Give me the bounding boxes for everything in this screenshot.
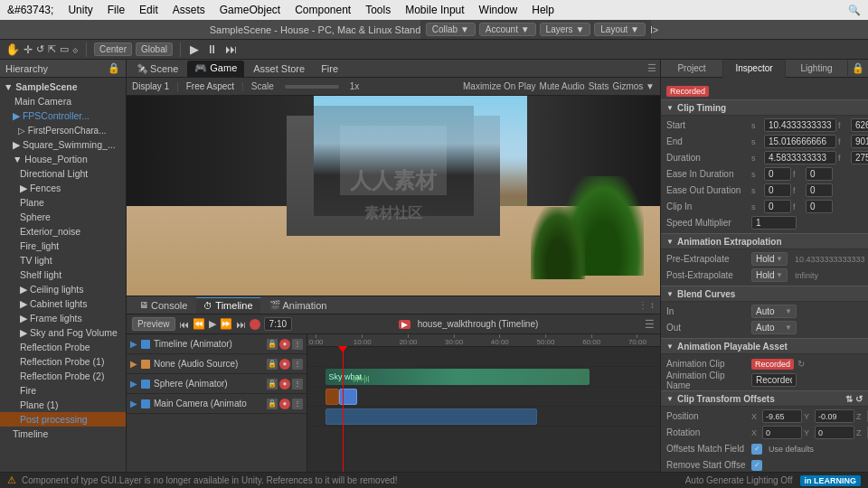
start-frame-field[interactable] (851, 118, 868, 132)
track-record-camera-btn[interactable]: ● (279, 399, 290, 409)
ease-in-field[interactable] (764, 167, 791, 181)
ease-in-frame-field[interactable] (806, 167, 833, 181)
timeline-ruler[interactable]: 0:00 10:00 20:00 30:00 40:00 50:00 60:00… (307, 334, 660, 347)
search-icon[interactable]: 🔍 (848, 5, 861, 16)
hierarchy-item[interactable]: Sphere (0, 210, 126, 224)
hierarchy-item[interactable]: Shelf light (0, 267, 126, 282)
sphere-clip[interactable] (326, 389, 340, 405)
tab-timeline[interactable]: ⏱Timeline (196, 297, 259, 314)
rect-tool[interactable]: ▭ (60, 43, 69, 55)
tab-inspector[interactable]: Inspector (723, 60, 786, 78)
bottom-panel-options[interactable]: ⋮ ↕ (638, 300, 655, 310)
hierarchy-item[interactable]: ▶ Ceiling lights (0, 282, 126, 296)
hierarchy-item[interactable]: Reflection Probe (1) (0, 354, 126, 369)
start-value-field[interactable] (764, 118, 836, 132)
display-selector[interactable]: Display 1 (132, 81, 169, 91)
timeline-start-btn[interactable]: ⏮ (179, 319, 189, 330)
stats-btn[interactable]: Stats (589, 81, 609, 91)
duration-frame-field[interactable] (851, 151, 868, 164)
timeline-track-name[interactable]: house_walkthrough (Timeline) (418, 319, 539, 329)
tab-asset-store[interactable]: Asset Store (246, 61, 312, 77)
transform-tool[interactable]: ⟐ (72, 44, 79, 55)
tab-game[interactable]: 🎮 Game (187, 61, 244, 77)
move-tool[interactable]: ✛ (24, 43, 33, 56)
step-button[interactable]: ⏭ (223, 42, 239, 56)
hierarchy-item[interactable]: Main Camera (0, 94, 126, 108)
hierarchy-item[interactable]: Fire_light (0, 239, 126, 253)
gizmos-btn[interactable]: Gizmos ▼ (612, 81, 655, 91)
layers-btn[interactable]: Layers ▼ (540, 23, 591, 36)
menu-assets[interactable]: Assets (173, 4, 205, 16)
post-extrap-dropdown[interactable]: Hold ▼ (751, 268, 788, 282)
hierarchy-item[interactable]: ▷ FirstPersonChara... (0, 123, 126, 137)
hierarchy-item[interactable]: Reflection Probe (2) (0, 369, 126, 383)
pre-extrap-dropdown[interactable]: Hold ▼ (751, 252, 788, 266)
hierarchy-item[interactable]: TV light (0, 253, 126, 267)
track-record-sphere-btn[interactable]: ● (279, 379, 290, 389)
hierarchy-item[interactable]: Timeline (0, 427, 126, 441)
account-btn[interactable]: Account ▼ (479, 23, 536, 36)
timeline-next-btn[interactable]: ⏩ (220, 318, 232, 330)
layout-btn[interactable]: Layout ▼ (594, 23, 646, 36)
anim-asset-section[interactable]: ▼ Animation Playable Asset (661, 338, 868, 354)
hierarchy-item[interactable]: Plane (1) (0, 398, 126, 412)
collab-btn[interactable]: Collab ▼ (426, 23, 476, 36)
ease-out-frame-field[interactable] (806, 183, 833, 197)
tab-project[interactable]: Project (661, 60, 723, 78)
camera-clip[interactable] (326, 408, 537, 425)
hierarchy-item[interactable]: ▼ SampleScene (0, 80, 126, 94)
hierarchy-item[interactable]: Exterior_noise (0, 224, 126, 239)
tab-console[interactable]: 🖥Console (132, 297, 194, 314)
rot-y-field[interactable] (815, 426, 854, 439)
track-menu-sphere-btn[interactable]: ⋮ (292, 379, 303, 389)
rot-x-field[interactable] (762, 426, 802, 439)
hierarchy-item[interactable]: Reflection Probe (0, 340, 126, 354)
menu-unity[interactable]: Unity (68, 4, 92, 16)
rotate-tool[interactable]: ↺ (36, 43, 44, 55)
inspector-lock[interactable]: 🔒 (848, 62, 868, 74)
anim-refresh-icon[interactable]: ↻ (797, 359, 805, 369)
center-pivot-btn[interactable]: Center (94, 42, 132, 56)
menu-file[interactable]: File (108, 4, 125, 16)
timeline-record-btn[interactable] (250, 319, 260, 330)
audio-clip[interactable]: Sky what (326, 369, 590, 385)
hierarchy-item[interactable]: ▼ House_Portion (0, 152, 126, 166)
menu-mobile[interactable]: Mobile Input (405, 4, 464, 16)
timeline-time[interactable]: 7:10 (264, 317, 292, 331)
playhead[interactable] (343, 347, 344, 472)
apple-menu[interactable]: &#63743; (7, 4, 53, 16)
track-menu-audio-btn[interactable]: ⋮ (292, 359, 303, 370)
hierarchy-lock[interactable]: 🔒 (108, 62, 120, 74)
blend-in-dropdown[interactable]: Auto ▼ (751, 305, 797, 318)
hierarchy-item[interactable]: ▶ Square_Swimming_... (0, 137, 126, 152)
menu-tools[interactable]: Tools (365, 4, 391, 16)
global-local-btn[interactable]: Global (136, 42, 173, 56)
menu-component[interactable]: Component (295, 4, 351, 16)
hierarchy-item[interactable]: Plane (0, 195, 126, 210)
hand-tool[interactable]: ✋ (5, 42, 20, 56)
track-lock-audio-btn[interactable]: 🔒 (267, 359, 278, 370)
hierarchy-item[interactable]: Directional Light (0, 166, 126, 181)
track-lock-btn[interactable]: 🔒 (267, 339, 278, 350)
track-record-audio-btn[interactable]: ● (279, 359, 290, 370)
tab-fire[interactable]: Fire (314, 61, 345, 77)
menu-window[interactable]: Window (479, 4, 518, 16)
maximize-on-play-btn[interactable]: Maximize On Play (463, 81, 536, 91)
hierarchy-item[interactable]: ▶ Fences (0, 181, 126, 195)
hierarchy-item[interactable]: ▶ Frame lights (0, 311, 126, 325)
scale-tool[interactable]: ⇱ (48, 43, 56, 55)
play-button[interactable]: ▶ (188, 42, 201, 56)
extrapolation-section[interactable]: ▼ Animation Extrapolation (661, 233, 868, 249)
timeline-menu-btn[interactable]: ☰ (645, 318, 655, 331)
remove-start-checkbox[interactable]: ✓ (751, 460, 762, 471)
end-value-field[interactable] (764, 135, 836, 148)
tab-scene[interactable]: 🛰 Scene (130, 61, 185, 77)
scale-slider[interactable] (285, 85, 339, 89)
end-frame-field[interactable] (851, 135, 868, 148)
preview-toggle[interactable]: Preview (132, 317, 175, 331)
tab-lighting[interactable]: Lighting (786, 60, 848, 78)
timeline-prev-btn[interactable]: ⏪ (193, 318, 205, 330)
speed-field[interactable] (751, 216, 797, 230)
clip-in-field[interactable] (764, 200, 791, 213)
ease-out-field[interactable] (764, 183, 791, 197)
